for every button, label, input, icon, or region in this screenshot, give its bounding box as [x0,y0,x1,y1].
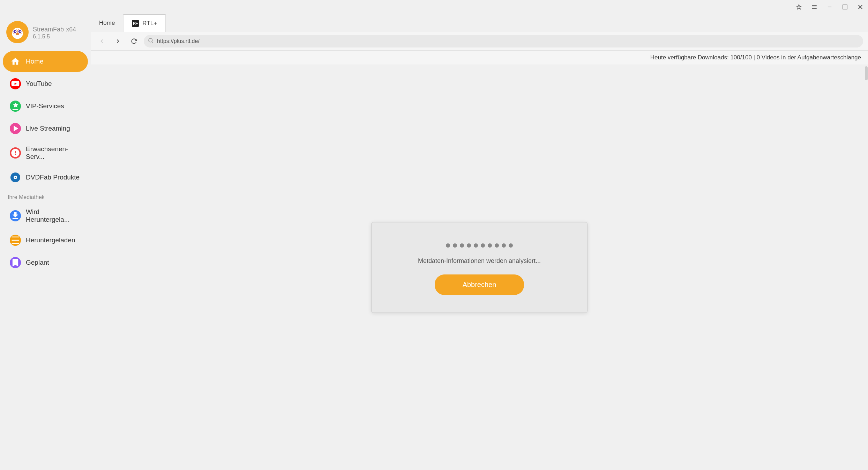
tab-rtlplus-favicon: R+ [132,20,139,27]
browser-tabs: Home R+ RTL+ [91,14,868,32]
address-bar: https://plus.rtl.de/ [91,32,868,51]
sidebar-item-vip[interactable]: VIP-Services [3,96,88,117]
logo-text: StreamFab x64 6.1.5.5 [33,24,76,40]
sidebar-item-youtube-label: YouTube [26,80,52,88]
sidebar-item-home[interactable]: Home [3,51,88,72]
dot-6 [481,243,485,248]
tab-rtlplus-label: RTL+ [142,20,157,27]
home-icon [10,56,21,67]
app-name: StreamFab x64 [33,24,76,34]
dvdfab-icon [10,172,21,183]
library-section-label: Ihre Mediathek [0,189,91,203]
status-text: Heute verfügbare Downloads: 100/100 | 0 … [650,54,861,61]
forward-button[interactable] [112,35,124,47]
dot-10 [509,243,513,248]
dot-5 [474,243,478,248]
tab-home[interactable]: Home [91,14,124,32]
planned-icon [10,257,21,268]
tab-home-label: Home [99,20,115,27]
logo-icon [6,21,29,43]
svg-rect-4 [843,5,847,9]
livestream-icon [10,123,21,134]
downloaded-icon [10,235,21,246]
cancel-button[interactable]: Abbrechen [435,274,524,295]
reload-button[interactable] [128,35,140,47]
svg-point-13 [15,31,16,32]
dot-8 [495,243,499,248]
minimize-icon[interactable] [825,2,835,12]
vip-icon [10,101,21,112]
youtube-icon [10,78,21,89]
tab-rtlplus[interactable]: R+ RTL+ [124,14,166,32]
sidebar-item-home-label: Home [26,58,44,65]
address-bar-inner: https://plus.rtl.de/ [144,35,863,47]
modal-overlay: Metdaten-Informationen werden analysiert… [91,65,868,470]
menu-icon[interactable] [809,2,819,12]
svg-line-22 [152,42,153,43]
app-version: 6.1.5.5 [33,34,76,40]
sidebar-item-planned-label: Geplant [26,259,49,266]
loading-text: Metdaten-Informationen werden analysiert… [418,257,541,265]
sidebar-item-adult-label: Erwachsenen-Serv... [26,145,81,161]
sidebar-item-planned[interactable]: Geplant [3,252,88,273]
downloading-icon [10,210,21,221]
address-input[interactable]: https://plus.rtl.de/ [144,35,863,47]
svg-point-17 [17,34,18,35]
pin-icon[interactable] [794,2,804,12]
sidebar-item-downloaded-label: Heruntergeladen [26,236,75,244]
sidebar-item-adult[interactable]: Erwachsenen-Serv... [3,140,88,166]
loading-modal: Metdaten-Informationen werden analysiert… [371,222,588,313]
dot-7 [488,243,492,248]
app-logo: StreamFab x64 6.1.5.5 [0,17,91,50]
sidebar-item-downloading-label: Wird Heruntergela... [26,208,81,223]
adult-icon [10,147,21,159]
status-bar: Heute verfügbare Downloads: 100/100 | 0 … [91,51,868,65]
sidebar-item-livestreaming-label: Live Streaming [26,125,70,132]
app-body: StreamFab x64 6.1.5.5 Home YouTube VIP-S… [0,14,868,470]
sidebar-item-dvdfab[interactable]: DVDFab Produkte [3,167,88,188]
sidebar-item-downloading[interactable]: Wird Heruntergela... [3,203,88,228]
loading-dots [446,243,513,248]
maximize-icon[interactable] [840,2,850,12]
dot-9 [502,243,506,248]
browser-content: Metdaten-Informationen werden analysiert… [91,65,868,470]
svg-point-20 [15,177,16,178]
close-icon[interactable] [855,2,865,12]
dot-2 [453,243,457,248]
svg-point-16 [16,34,17,35]
sidebar-item-livestreaming[interactable]: Live Streaming [3,118,88,139]
dot-1 [446,243,450,248]
search-icon [148,38,154,45]
dot-4 [467,243,471,248]
svg-point-14 [20,31,21,32]
main-content: Home R+ RTL+ https://plus.rtl.de/ [91,14,868,470]
sidebar-item-dvdfab-label: DVDFab Produkte [26,174,80,181]
sidebar-item-vip-label: VIP-Services [26,102,64,110]
back-button[interactable] [96,35,108,47]
sidebar-item-youtube[interactable]: YouTube [3,73,88,94]
dot-3 [460,243,464,248]
scrollbar-track[interactable] [865,65,868,470]
sidebar: StreamFab x64 6.1.5.5 Home YouTube VIP-S… [0,14,91,470]
scrollbar-thumb[interactable] [865,66,868,80]
svg-point-21 [149,38,152,42]
sidebar-item-downloaded[interactable]: Heruntergeladen [3,230,88,251]
title-bar [0,0,868,14]
